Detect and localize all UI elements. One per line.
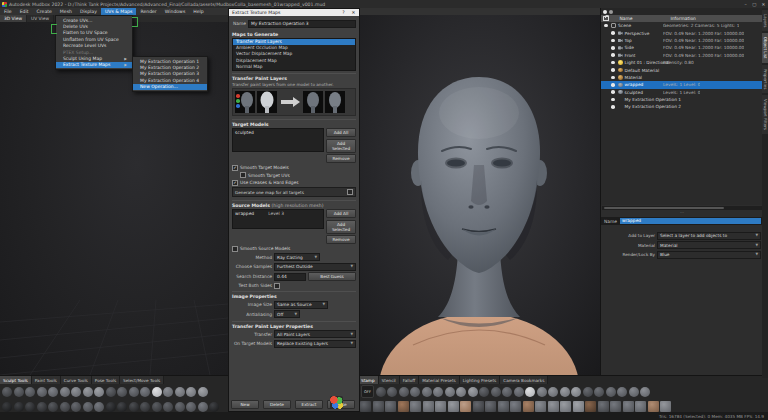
title-bar[interactable]: Autodesk Mudbox 2022 - D:/Think Tank Pro… [0,0,768,8]
stencil-thumbnail[interactable] [535,401,546,412]
object-list-row[interactable]: Top FOV: 0.49 Near: 1.2000 Far: 10000.00 [601,37,763,44]
menu-item[interactable]: Create [33,8,56,15]
stamp-thumbnail[interactable] [629,387,639,397]
sculpt-tool-icon[interactable] [198,387,208,397]
menu-item[interactable]: File [0,8,16,15]
panel-splitter[interactable]: ⋯ [601,211,763,216]
tray-tab[interactable]: Lighting Presets [460,376,501,384]
sculpt-tool-icon[interactable] [94,387,104,397]
stamp-thumbnail[interactable] [640,387,650,397]
smooth-target-uvs-checkbox[interactable] [240,172,246,178]
sculpt-tool-icon[interactable] [37,387,47,397]
stamp-thumbnail[interactable] [594,387,604,397]
visibility-toggle[interactable] [611,68,615,72]
object-list-row[interactable]: My Extraction Operation 1 [601,96,763,103]
stencil-thumbnail[interactable] [448,401,459,412]
object-list-row[interactable]: My Extraction Operation 2 [601,103,763,110]
object-list-row[interactable]: Material [601,74,763,81]
sculpt-tool-icon[interactable] [71,387,81,397]
stencil-thumbnail[interactable] [585,401,596,412]
submenu-item[interactable]: My Extraction Operation 2 [133,64,207,70]
generate-one-map-bar[interactable]: Generate one map for all targets [232,187,356,197]
tray-tab[interactable]: Stamp [358,376,379,384]
transfer-dropdown[interactable]: All Paint Layers▼ [274,330,356,338]
dialog-bottom-button[interactable]: Extract [295,400,323,409]
stencil-thumbnail[interactable] [598,401,609,412]
menu-item[interactable]: Mesh [56,8,76,15]
menu-item[interactable]: Edit [16,8,33,15]
paint-tool-icon[interactable] [94,402,104,412]
tray-tab[interactable]: Stencil [379,376,400,384]
tray-tab[interactable]: Camera Bookmarks [500,376,548,384]
source-list-button[interactable]: Remove [326,235,356,244]
paint-tool-icon[interactable] [60,402,70,412]
paint-tool-icon[interactable] [152,402,162,412]
stamp-thumbnail[interactable] [606,387,616,397]
stencil-thumbnail[interactable] [360,401,371,412]
visibility-toggle[interactable] [611,83,615,87]
menu-item[interactable]: Help [189,8,207,15]
sculpt-tool-icon[interactable] [140,387,150,397]
paint-tool-icon[interactable] [117,402,127,412]
visibility-toggle[interactable] [611,61,615,65]
stencil-thumbnail[interactable] [523,401,534,412]
stencil-thumbnail[interactable] [623,401,634,412]
sculpt-tool-icon[interactable] [25,387,35,397]
sculpt-tool-icon[interactable] [163,387,173,397]
target-list-button[interactable]: Add Selected [326,139,356,153]
lock-icon[interactable] [603,16,609,21]
stencil-thumbnail[interactable] [473,401,484,412]
object-list-row[interactable]: Front FOV: 0.49 Near: 1.2000 Far: 10000.… [601,52,763,59]
selected-name-field[interactable]: wrapped [620,218,761,224]
side-tab[interactable]: Object List [762,33,768,62]
sculpt-tool-icon[interactable] [2,387,12,397]
target-model-row[interactable]: sculpted [233,129,323,135]
stamp-thumbnail[interactable] [583,387,593,397]
stencil-thumbnail[interactable] [435,401,446,412]
tray-tab[interactable]: Falloff [400,376,419,384]
paint-tool-icon[interactable] [71,402,81,412]
stamp-thumbnail[interactable] [617,387,627,397]
stencil-thumbnail[interactable] [410,401,421,412]
stamp-thumbnail[interactable] [548,387,558,397]
paint-tool-icon[interactable] [209,402,219,412]
stencil-thumbnail[interactable] [660,401,671,412]
stencil-thumbnail[interactable] [498,401,509,412]
object-list-row[interactable]: wrapped Levels: 1 Level: 0 [601,81,763,88]
view-tab[interactable]: UV View [27,15,54,22]
target-models-list[interactable]: sculpted [232,128,324,152]
paint-tool-icon[interactable] [186,402,196,412]
creases-checkbox[interactable] [232,180,238,186]
property-dropdown[interactable]: Blue▼ [657,251,761,259]
stencil-thumbnail[interactable] [635,401,646,412]
property-dropdown[interactable]: Select a layer to add objects to▼ [657,232,761,240]
sculpt-tool-icon[interactable] [152,387,162,397]
visibility-toggle[interactable] [611,46,615,50]
stencil-thumbnail[interactable] [385,401,396,412]
paint-tool-icon[interactable] [106,402,116,412]
stencil-thumbnail[interactable] [648,401,659,412]
side-tab[interactable]: Viewport Filters [762,95,768,134]
paint-tool-icon[interactable] [2,402,12,412]
source-model-row[interactable]: wrappedLevel 3 [233,210,323,216]
generate-one-map-checkbox[interactable] [347,189,353,195]
stamp-thumbnail[interactable] [502,387,512,397]
source-models-list[interactable]: wrappedLevel 3 [232,209,324,229]
stencil-thumbnail[interactable] [373,401,384,412]
sculpt-tool-icon[interactable] [186,387,196,397]
stamp-thumbnail[interactable] [433,387,443,397]
submenu-item[interactable]: New Operation... [133,84,207,90]
object-list-row[interactable]: Light 01 : Directional Intensity: 0.80 [601,59,763,66]
submenu-item[interactable]: My Extraction Operation 1 [133,58,207,64]
source-list-button[interactable]: Add All [326,209,356,218]
dialog-bottom-button[interactable]: Delete [263,400,291,409]
stamp-thumbnail[interactable] [491,387,501,397]
object-list-row[interactable]: Default Material [601,66,763,73]
tool-tray-tab[interactable]: Select/Move Tools [120,376,164,384]
side-tab[interactable]: Layers [762,10,768,31]
search-distance-field[interactable]: 0.44 [274,273,306,281]
paint-tool-icon[interactable] [129,402,139,412]
target-list-button[interactable]: Remove [326,154,356,163]
paint-tool-icon[interactable] [48,402,58,412]
submenu-item[interactable]: My Extraction Operation 3 [133,71,207,77]
